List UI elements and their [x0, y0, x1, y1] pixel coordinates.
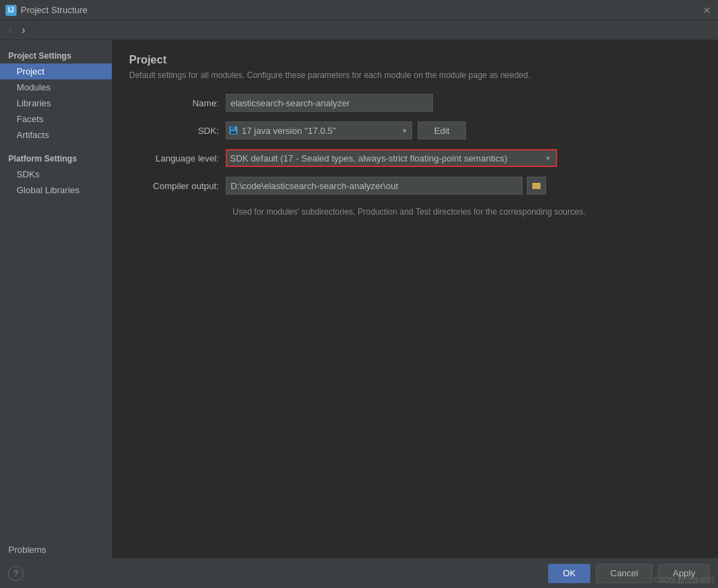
- ok-button[interactable]: OK: [548, 564, 590, 583]
- sidebar: Project Settings Project Modules Librari…: [0, 40, 113, 558]
- compiler-output-input[interactable]: [226, 177, 523, 195]
- sidebar-item-modules[interactable]: Modules: [0, 79, 112, 95]
- nav-bar: ‹ ›: [0, 21, 718, 40]
- bottom-actions: OK Cancel Apply: [548, 564, 710, 583]
- title-bar: IJ Project Structure ✕: [0, 0, 718, 21]
- sidebar-item-problems[interactable]: Problems: [0, 542, 112, 558]
- sidebar-item-libraries[interactable]: Libraries: [0, 95, 112, 111]
- name-row: Name:: [129, 94, 701, 112]
- platform-settings-label: Platform Settings: [0, 151, 112, 166]
- sdk-row: SDK: 17 java version "17.0.5": [129, 121, 701, 139]
- compiler-hint: Used for modules' subdirectories, Produc…: [233, 207, 701, 217]
- edit-button[interactable]: Edit: [418, 121, 466, 139]
- content-title: Project: [129, 54, 701, 66]
- sdk-select[interactable]: 17 java version "17.0.5": [226, 121, 412, 139]
- sidebar-item-project[interactable]: Project: [0, 63, 112, 79]
- cancel-button[interactable]: Cancel: [596, 564, 652, 583]
- title-bar-controls: ✕: [701, 5, 712, 16]
- project-settings-label: Project Settings: [0, 48, 112, 63]
- sidebar-item-global-libraries[interactable]: Global Libraries: [0, 182, 112, 198]
- back-button[interactable]: ‹: [6, 23, 14, 38]
- sidebar-item-artifacts[interactable]: Artifacts: [0, 127, 112, 143]
- compiler-output-label: Compiler output:: [129, 181, 226, 191]
- folder-button[interactable]: [527, 177, 546, 195]
- compiler-output-row: Compiler output:: [129, 177, 701, 195]
- app-icon: IJ: [6, 5, 17, 16]
- bottom-bar: ? OK Cancel Apply: [0, 558, 718, 588]
- name-input[interactable]: [226, 94, 433, 112]
- sdk-controls: 17 java version "17.0.5" ▼ Edit: [226, 121, 466, 139]
- folder-icon: [532, 181, 541, 190]
- content-area: Project Default settings for all modules…: [113, 40, 718, 558]
- forward-button[interactable]: ›: [19, 23, 28, 38]
- sdk-label: SDK:: [129, 126, 226, 136]
- help-button[interactable]: ?: [8, 566, 23, 581]
- content-subtitle: Default settings for all modules. Config…: [129, 70, 701, 80]
- title-bar-text: Project Structure: [21, 5, 701, 15]
- language-level-select-wrapper: SDK default (17 - Sealed types, always-s…: [226, 149, 557, 167]
- language-level-row: Language level: SDK default (17 - Sealed…: [129, 149, 701, 167]
- sdk-select-wrapper: 17 java version "17.0.5" ▼: [226, 121, 412, 139]
- compiler-controls: [226, 177, 546, 195]
- sidebar-item-facets[interactable]: Facets: [0, 111, 112, 127]
- name-label: Name:: [129, 98, 226, 108]
- sidebar-item-sdks[interactable]: SDKs: [0, 166, 112, 182]
- language-level-label: Language level:: [129, 153, 226, 164]
- close-button[interactable]: ✕: [701, 5, 712, 16]
- language-level-select[interactable]: SDK default (17 - Sealed types, always-s…: [226, 149, 557, 167]
- apply-button[interactable]: Apply: [658, 564, 710, 583]
